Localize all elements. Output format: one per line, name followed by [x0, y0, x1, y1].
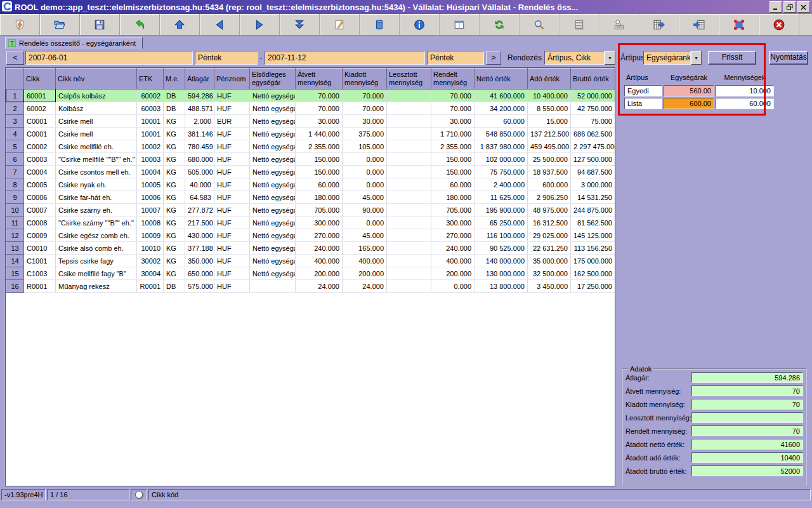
cell-atvett[interactable]: 400.000: [296, 255, 343, 267]
cell-penznem[interactable]: HUF: [214, 267, 250, 280]
cell-atvett[interactable]: 150.000: [296, 153, 343, 166]
cell-atvett[interactable]: 2 355.000: [296, 140, 343, 153]
cell-netto-ertek[interactable]: 195 900.000: [475, 204, 528, 217]
cell-cikk-nev[interactable]: "Csirke mellfilé ""B"" eh.": [56, 153, 137, 166]
cell-penznem[interactable]: HUF: [214, 191, 250, 204]
adatok-field-value[interactable]: 70: [691, 425, 803, 436]
cell-kiadott[interactable]: 200.000: [343, 267, 387, 280]
cell-brutto-ertek[interactable]: 81 562.500: [571, 217, 615, 229]
cell-elsodleges-egysegar[interactable]: Nettó egységár: [250, 90, 296, 102]
cell-brutto-ertek[interactable]: 145 125.000: [571, 229, 615, 242]
cell-me[interactable]: KG: [164, 267, 185, 280]
cell-brutto-ertek[interactable]: 14 531.250: [571, 191, 615, 204]
cell-cikk[interactable]: C0010: [24, 242, 56, 255]
cell-brutto-ertek[interactable]: 3 000.000: [571, 178, 615, 191]
cell-penznem[interactable]: HUF: [214, 255, 250, 267]
cell-etk[interactable]: 10005: [137, 178, 164, 191]
day-from-field[interactable]: Péntek: [195, 51, 258, 65]
cell-atlagar[interactable]: 650.000: [185, 267, 214, 280]
cell-cikk-nev[interactable]: Csirke far-hát eh.: [56, 191, 137, 204]
cell-ado-ertek[interactable]: 137 212.500: [528, 128, 571, 140]
row-number[interactable]: 6: [6, 153, 24, 166]
cell-rendelt[interactable]: 70.000: [431, 102, 475, 115]
cell-ado-ertek[interactable]: 459 495.000: [528, 140, 571, 153]
row-number[interactable]: 7: [6, 166, 24, 178]
connect-button[interactable]: [0, 14, 40, 35]
adatok-field-value[interactable]: 10400: [691, 452, 803, 463]
artipus-combobox[interactable]: Egységáranként ▼: [643, 51, 702, 65]
row-number[interactable]: 16: [6, 280, 24, 293]
cell-cikk[interactable]: C0004: [24, 166, 56, 178]
adatok-field-value[interactable]: 70: [691, 399, 803, 410]
cell-atlagar[interactable]: 350.000: [185, 255, 214, 267]
database-button[interactable]: [360, 14, 400, 35]
cell-rendelt[interactable]: 0.000: [431, 280, 475, 293]
chevron-down-icon[interactable]: ▼: [605, 51, 615, 65]
cell-leosztott[interactable]: [387, 255, 431, 267]
cell-elsodleges-egysegar[interactable]: Nettó egységár: [250, 178, 296, 191]
cell-cikk-nev[interactable]: Csike mellfilé fagy "B": [56, 267, 137, 280]
cell-kiadott[interactable]: 0.000: [343, 178, 387, 191]
date-from-field[interactable]: 2007-06-01: [25, 51, 193, 65]
open-button[interactable]: [40, 14, 80, 35]
cell-atlagar[interactable]: 780.459: [185, 140, 214, 153]
cell-ado-ertek[interactable]: 32 500.000: [528, 267, 571, 280]
row-number[interactable]: 10: [6, 204, 24, 217]
price-mennyiseg-cell[interactable]: 60.000: [716, 98, 774, 109]
chevron-down-icon[interactable]: ▼: [691, 51, 702, 65]
cell-etk[interactable]: 60003: [137, 102, 164, 115]
cell-cikk-nev[interactable]: Csirke csontos mell eh.: [56, 166, 137, 178]
row-number[interactable]: 14: [6, 255, 24, 267]
cell-cikk[interactable]: C0008: [24, 217, 56, 229]
cell-etk[interactable]: 10010: [137, 242, 164, 255]
date-to-field[interactable]: 2007-11-12: [265, 51, 425, 65]
cell-cikk[interactable]: C0009: [24, 229, 56, 242]
cell-penznem[interactable]: HUF: [214, 217, 250, 229]
cell-kiadott[interactable]: 165.000: [343, 242, 387, 255]
cell-cikk[interactable]: 60002: [24, 102, 56, 115]
cell-atvett[interactable]: 240.000: [296, 242, 343, 255]
cell-atvett[interactable]: 1 440.000: [296, 128, 343, 140]
cell-leosztott[interactable]: [387, 242, 431, 255]
row-number[interactable]: 4: [6, 128, 24, 140]
cell-me[interactable]: KG: [164, 204, 185, 217]
cell-ado-ertek[interactable]: 600.000: [528, 178, 571, 191]
cell-penznem[interactable]: HUF: [214, 229, 250, 242]
cell-etk[interactable]: 60002: [137, 90, 164, 102]
cell-kiadott[interactable]: 0.000: [343, 166, 387, 178]
cell-ado-ertek[interactable]: 2 906.250: [528, 191, 571, 204]
cell-leosztott[interactable]: [387, 115, 431, 128]
cell-atvett[interactable]: 24.000: [296, 280, 343, 293]
cell-brutto-ertek[interactable]: 42 750.000: [571, 102, 615, 115]
cell-leosztott[interactable]: [387, 140, 431, 153]
cell-leosztott[interactable]: [387, 166, 431, 178]
cell-netto-ertek[interactable]: 102 000.000: [475, 153, 528, 166]
undo-button[interactable]: [120, 14, 160, 35]
cell-atvett[interactable]: 180.000: [296, 191, 343, 204]
price-mennyiseg-cell[interactable]: 10.000: [716, 85, 774, 97]
cell-atvett[interactable]: 270.000: [296, 229, 343, 242]
cell-cikk-nev[interactable]: Csirke szárny eh.: [56, 204, 137, 217]
cell-me[interactable]: DB: [164, 90, 185, 102]
cell-brutto-ertek[interactable]: 127 500.000: [571, 153, 615, 166]
cell-penznem[interactable]: HUF: [214, 153, 250, 166]
cell-kiadott[interactable]: 105.000: [343, 140, 387, 153]
cell-elsodleges-egysegar[interactable]: Nettó egységár: [250, 229, 296, 242]
cell-penznem[interactable]: HUF: [214, 204, 250, 217]
cell-ado-ertek[interactable]: 48 975.000: [528, 204, 571, 217]
cell-cikk[interactable]: C0007: [24, 204, 56, 217]
cell-cikk-nev[interactable]: "Csirke szárny ""B"" eh.": [56, 217, 137, 229]
cell-cikk[interactable]: C0001: [24, 128, 56, 140]
cell-netto-ertek[interactable]: 13 800.000: [475, 280, 528, 293]
cell-kiadott[interactable]: 400.000: [343, 255, 387, 267]
cell-atlagar[interactable]: 575.000: [185, 280, 214, 293]
cell-cikk-nev[interactable]: Csirke nyak eh.: [56, 178, 137, 191]
list-button[interactable]: [560, 14, 599, 35]
price-artipus-cell[interactable]: Egyedi: [624, 85, 662, 97]
cell-ado-ertek[interactable]: 16 312.500: [528, 217, 571, 229]
adatok-field-value[interactable]: [691, 412, 803, 423]
cell-elsodleges-egysegar[interactable]: Nettó egységár: [250, 128, 296, 140]
cell-kiadott[interactable]: 70.000: [343, 102, 387, 115]
cell-elsodleges-egysegar[interactable]: Nettó egységár: [250, 255, 296, 267]
cell-me[interactable]: KG: [164, 242, 185, 255]
